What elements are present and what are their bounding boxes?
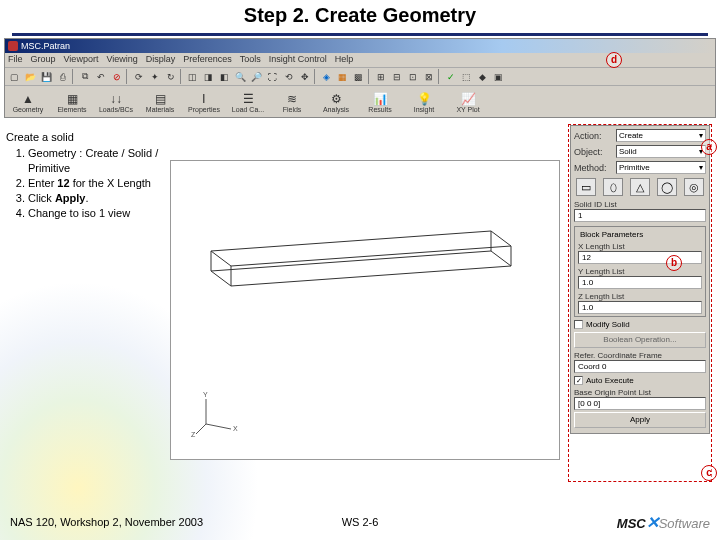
tb-open-icon[interactable]: 📂: [23, 69, 38, 84]
svg-line-8: [196, 424, 206, 434]
menu-display[interactable]: Display: [146, 54, 176, 66]
solid-id-input[interactable]: 1: [574, 209, 706, 222]
menu-insight-control[interactable]: Insight Control: [269, 54, 327, 66]
tb-misc1-icon[interactable]: ✓: [443, 69, 458, 84]
menu-viewport[interactable]: Viewport: [64, 54, 99, 66]
primitive-block-icon[interactable]: ▭: [576, 178, 596, 196]
auto-execute-checkbox[interactable]: ✓: [574, 376, 583, 385]
instruction-step-3: Click Apply.: [28, 191, 166, 205]
action-label: Action:: [574, 131, 614, 141]
z-length-label: Z Length List: [578, 292, 702, 301]
svg-text:Y: Y: [203, 391, 208, 398]
object-label: Object:: [574, 147, 614, 157]
tb-pan-icon[interactable]: ✥: [297, 69, 312, 84]
action-select[interactable]: Create▾: [616, 129, 706, 142]
tab-analysis[interactable]: ⚙Analysis: [315, 88, 357, 116]
titlebar: MSC.Patran: [5, 39, 715, 53]
instructions: Create a solid Geometry : Create / Solid…: [6, 130, 166, 222]
tb-misc2-icon[interactable]: ⬚: [459, 69, 474, 84]
graphics-viewport[interactable]: Y X Z: [170, 160, 560, 460]
x-length-label: X Length List: [578, 242, 702, 251]
menu-help[interactable]: Help: [335, 54, 354, 66]
tab-xyplot[interactable]: 📈XY Plot: [447, 88, 489, 116]
menu-preferences[interactable]: Preferences: [183, 54, 232, 66]
menu-viewing[interactable]: Viewing: [106, 54, 137, 66]
instruction-step-1: Geometry : Create / Solid / Primitive: [28, 146, 166, 175]
method-select[interactable]: Primitive▾: [616, 161, 706, 174]
tb-zoom2-icon[interactable]: 🔎: [249, 69, 264, 84]
menu-group[interactable]: Group: [31, 54, 56, 66]
solid-id-label: Solid ID List: [574, 200, 706, 209]
primitive-sphere-icon[interactable]: ◯: [657, 178, 677, 196]
tab-fields[interactable]: ≋Fields: [271, 88, 313, 116]
footer-left: NAS 120, Workshop 2, November 2003: [10, 516, 203, 528]
main-toolbar: ▲Geometry ▦Elements ↓↓Loads/BCs ▤Materia…: [5, 85, 715, 117]
instruction-step-2: Enter 12 for the X Length: [28, 176, 166, 190]
tab-insight[interactable]: 💡Insight: [403, 88, 445, 116]
tb-view1-icon[interactable]: ◫: [185, 69, 200, 84]
coordinate-axes-icon: Y X Z: [191, 389, 241, 439]
block-params-label: Block Parameters: [578, 230, 645, 239]
tb-ax1-icon[interactable]: ⊞: [373, 69, 388, 84]
tb-view2-icon[interactable]: ◨: [201, 69, 216, 84]
tb-ax2-icon[interactable]: ⊟: [389, 69, 404, 84]
menu-file[interactable]: File: [8, 54, 23, 66]
boolean-operation-button[interactable]: Boolean Operation...: [574, 332, 706, 348]
chevron-down-icon: ▾: [699, 163, 703, 172]
tab-materials[interactable]: ▤Materials: [139, 88, 181, 116]
modify-solid-checkbox[interactable]: [574, 320, 583, 329]
method-label: Method:: [574, 163, 614, 173]
tb-misc4-icon[interactable]: ▣: [491, 69, 506, 84]
tb-ax3-icon[interactable]: ⊡: [405, 69, 420, 84]
svg-text:X: X: [233, 425, 238, 432]
tb-abort-icon[interactable]: ⊘: [109, 69, 124, 84]
z-length-input[interactable]: 1.0: [578, 301, 702, 314]
auto-execute-label: Auto Execute: [586, 376, 634, 385]
tb-broom-icon[interactable]: ✦: [147, 69, 162, 84]
primitive-cylinder-icon[interactable]: ⬯: [603, 178, 623, 196]
tb-cycle-icon[interactable]: ↻: [163, 69, 178, 84]
tb-refresh-icon[interactable]: ⟳: [131, 69, 146, 84]
tb-view3-icon[interactable]: ◧: [217, 69, 232, 84]
tb-misc3-icon[interactable]: ◆: [475, 69, 490, 84]
tb-undo-icon[interactable]: ↶: [93, 69, 108, 84]
primitive-cone-icon[interactable]: △: [630, 178, 650, 196]
menu-tools[interactable]: Tools: [240, 54, 261, 66]
x-length-input[interactable]: 12: [578, 251, 702, 264]
svg-line-7: [206, 424, 231, 429]
instruction-step-4: Change to iso 1 view: [28, 206, 166, 220]
tb-save-icon[interactable]: 💾: [39, 69, 54, 84]
tb-ax4-icon[interactable]: ⊠: [421, 69, 436, 84]
refer-frame-input[interactable]: Coord 0: [574, 360, 706, 373]
origin-input[interactable]: [0 0 0]: [574, 397, 706, 410]
tb-print-icon[interactable]: ⎙: [55, 69, 70, 84]
refer-frame-label: Refer. Coordinate Frame: [574, 351, 706, 360]
footer-center: WS 2-6: [342, 516, 379, 528]
apply-button[interactable]: Apply: [574, 412, 706, 428]
y-length-input[interactable]: 1.0: [578, 276, 702, 289]
y-length-label: Y Length List: [578, 267, 702, 276]
tab-loads[interactable]: ↓↓Loads/BCs: [95, 88, 137, 116]
tb-wire-icon[interactable]: ▦: [335, 69, 350, 84]
tb-shade-icon[interactable]: ▩: [351, 69, 366, 84]
tb-fit-icon[interactable]: ⛶: [265, 69, 280, 84]
x-icon: ✕: [646, 514, 659, 531]
svg-text:Z: Z: [191, 431, 196, 438]
object-select[interactable]: Solid▾: [616, 145, 706, 158]
app-window: MSC.Patran File Group Viewport Viewing D…: [4, 38, 716, 118]
tb-zoom1-icon[interactable]: 🔍: [233, 69, 248, 84]
tb-new-icon[interactable]: ▢: [7, 69, 22, 84]
tb-copy-icon[interactable]: ⧉: [77, 69, 92, 84]
tab-properties[interactable]: ⅠProperties: [183, 88, 225, 116]
primitive-icon-row: ▭ ⬯ △ ◯ ◎: [574, 178, 706, 196]
tb-rot-icon[interactable]: ⟲: [281, 69, 296, 84]
tab-elements[interactable]: ▦Elements: [51, 88, 93, 116]
wireframe-solid: [201, 211, 541, 311]
tb-iso-icon[interactable]: ◈: [319, 69, 334, 84]
primitive-torus-icon[interactable]: ◎: [684, 178, 704, 196]
tab-results[interactable]: 📊Results: [359, 88, 401, 116]
tab-geometry[interactable]: ▲Geometry: [7, 88, 49, 116]
tab-loadcases[interactable]: ☰Load Ca...: [227, 88, 269, 116]
annotation-d: d: [606, 52, 622, 68]
annotation-c: c: [701, 465, 717, 481]
